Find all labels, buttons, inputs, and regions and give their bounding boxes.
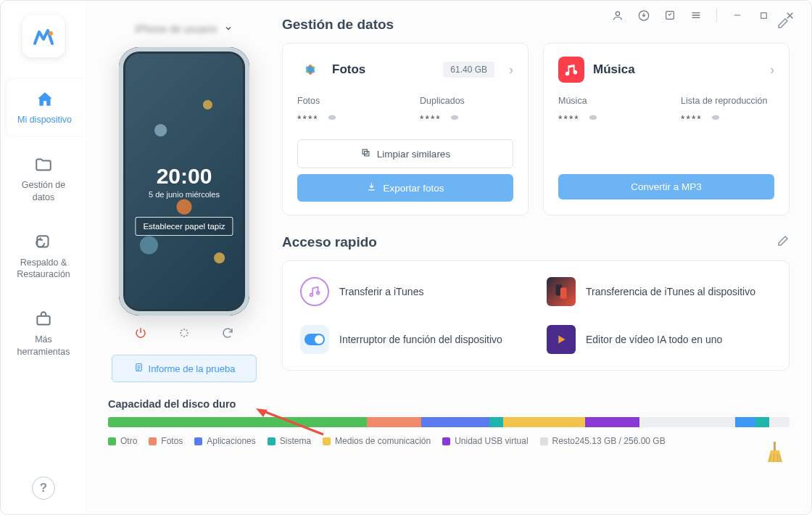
- legend-rest: Resto245.13 GB / 256.00 GB: [540, 436, 666, 446]
- section-title: Gestión de datos: [282, 17, 394, 33]
- toggle-icon: [300, 325, 329, 354]
- swatch: [149, 437, 157, 445]
- chevron-right-icon[interactable]: ›: [770, 62, 774, 78]
- download-icon[interactable]: [638, 9, 650, 21]
- legend-item: Otro: [108, 436, 137, 446]
- svg-point-0: [616, 12, 619, 15]
- masked-value: ****: [297, 113, 319, 125]
- help-button[interactable]: ?: [32, 477, 55, 500]
- eye-icon[interactable]: [449, 112, 460, 126]
- device-controls: [119, 324, 249, 342]
- legend-item: Aplicaciones: [194, 436, 255, 446]
- swatch: [540, 437, 548, 445]
- report-label: Informe de la prueba: [149, 363, 236, 374]
- quick-device-switch[interactable]: Interruptor de función del dispositivo: [300, 325, 525, 354]
- quick-access-header: Acceso rapido: [282, 234, 790, 250]
- nav-label: Más herramientas: [10, 334, 77, 358]
- menu-icon[interactable]: [690, 9, 702, 21]
- clean-similar-button[interactable]: Limpiar similares: [297, 139, 513, 168]
- close-button[interactable]: [784, 9, 795, 21]
- convert-mp3-button[interactable]: Convertir a MP3: [558, 174, 774, 199]
- quick-access-card: Transferir a iTunes Transferencia de iTu…: [282, 260, 790, 371]
- user-icon[interactable]: [612, 9, 624, 21]
- device-selector[interactable]: iPhone de usuario: [108, 17, 260, 47]
- swatch: [194, 437, 202, 445]
- home-icon: [35, 89, 55, 110]
- device-column: iPhone de usuario 20:00 5 de junio miérc…: [108, 17, 260, 382]
- svg-rect-15: [364, 152, 368, 156]
- svg-rect-14: [362, 149, 367, 154]
- eye-icon[interactable]: [710, 112, 721, 126]
- storage-segment: [421, 417, 489, 427]
- svg-point-17: [711, 115, 719, 120]
- download-icon: [366, 181, 377, 194]
- maximize-button[interactable]: [758, 9, 769, 21]
- storage-section: Capacidad del disco duro OtroFotosAplica…: [108, 398, 790, 446]
- music-icon: [558, 57, 584, 83]
- nav-label: Respaldo & Restauración: [10, 257, 77, 281]
- feedback-icon[interactable]: [664, 9, 676, 21]
- device-preview: 20:00 5 de junio miércoles Establecer pa…: [119, 47, 249, 316]
- quick-label: Transferencia de iTunes al dispositivo: [586, 285, 755, 299]
- quick-transfer-to-itunes[interactable]: Transferir a iTunes: [300, 277, 525, 306]
- storage-segment: [755, 417, 769, 427]
- swatch: [268, 437, 276, 445]
- lock-date: 5 de junio miércoles: [149, 190, 220, 199]
- storage-segment: [367, 417, 421, 427]
- backup-icon: [33, 232, 54, 252]
- set-wallpaper-button[interactable]: Establecer papel tapiz: [135, 217, 233, 236]
- section-title: Acceso rapido: [282, 234, 377, 250]
- loading-icon[interactable]: [175, 324, 193, 342]
- separator: [716, 9, 717, 22]
- eye-icon[interactable]: [587, 112, 599, 126]
- nav-data-management[interactable]: Gestión de datos: [7, 144, 80, 213]
- legend-item: Sistema: [268, 436, 311, 446]
- chevron-right-icon[interactable]: ›: [509, 62, 513, 78]
- storage-segment: [108, 417, 367, 427]
- nav-backup-restore[interactable]: Respaldo & Restauración: [7, 222, 80, 291]
- swatch: [442, 437, 450, 445]
- photos-size: 61.40 GB: [443, 62, 494, 78]
- svg-point-4: [49, 31, 53, 36]
- legend-label: Fotos: [161, 436, 183, 446]
- itunes-icon: [300, 277, 329, 306]
- svg-rect-23: [774, 442, 776, 450]
- titlebar: [612, 1, 811, 30]
- photos-icon: [297, 57, 323, 83]
- masked-value: ****: [420, 113, 442, 125]
- legend-label: Medios de comunicación: [335, 436, 431, 446]
- swatch: [108, 437, 116, 445]
- folder-icon: [33, 154, 54, 175]
- refresh-button[interactable]: [219, 324, 236, 342]
- video-editor-icon: [547, 325, 576, 354]
- clean-icon: [360, 147, 371, 160]
- storage-bar: [108, 417, 790, 427]
- eye-icon[interactable]: [326, 112, 338, 126]
- power-button[interactable]: [132, 324, 149, 342]
- minimize-button[interactable]: [732, 9, 743, 21]
- clean-storage-button[interactable]: [763, 440, 787, 464]
- legend-label: Aplicaciones: [207, 436, 255, 446]
- legend-label: Sistema: [280, 436, 311, 446]
- sidebar: Mi dispositivo Gestión de datos Respaldo…: [1, 1, 86, 514]
- nav-my-device[interactable]: Mi dispositivo: [7, 79, 86, 136]
- export-photos-button[interactable]: Exportar fotos: [297, 174, 513, 202]
- quick-label: Interruptor de función del dispositivo: [339, 333, 502, 347]
- svg-rect-3: [761, 12, 766, 18]
- photos-count-label: Fotos: [297, 96, 391, 106]
- test-report-button[interactable]: Informe de la prueba: [112, 355, 257, 382]
- legend-item: Medios de comunicación: [323, 436, 431, 446]
- photos-card: Fotos 61.40 GB › Fotos **** Duplicados: [282, 43, 529, 215]
- svg-point-12: [328, 115, 336, 120]
- chevron-down-icon: [224, 22, 233, 36]
- svg-point-16: [589, 115, 597, 120]
- svg-rect-6: [37, 316, 49, 325]
- legend-item: Fotos: [149, 436, 183, 446]
- storage-segment: [489, 417, 503, 427]
- masked-value: ****: [558, 113, 580, 125]
- edit-icon[interactable]: [776, 234, 790, 250]
- nav-more-tools[interactable]: Más herramientas: [7, 299, 80, 368]
- quick-ai-video-editor[interactable]: Editor de vídeo IA todo en uno: [547, 325, 771, 354]
- app-logo: [22, 15, 65, 57]
- quick-transfer-from-itunes[interactable]: Transferencia de iTunes al dispositivo: [547, 277, 771, 306]
